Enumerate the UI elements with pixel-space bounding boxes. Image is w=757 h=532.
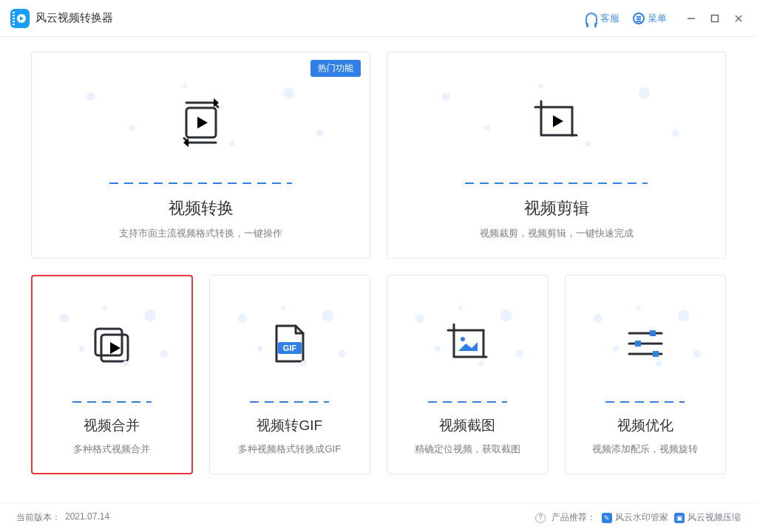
close-button[interactable] <box>733 13 744 24</box>
version-label: 当前版本： <box>16 511 61 524</box>
edit-icon <box>399 70 713 175</box>
titlebar-left: 风云视频转换器 <box>10 9 113 28</box>
svg-rect-20 <box>653 351 659 357</box>
svg-rect-9 <box>95 329 122 355</box>
separator <box>465 183 648 184</box>
app-title: 风云视频转换器 <box>35 11 113 25</box>
titlebar: 风云视频转换器 客服 菜单 <box>0 0 757 37</box>
separator <box>109 183 292 184</box>
feature-row-1: 热门功能 视频转换 支持市面主流视频格式转换，一键操作 <box>31 52 726 259</box>
version-value: 2021.07.14 <box>65 511 109 524</box>
app-logo-icon <box>10 9 30 28</box>
window-controls <box>686 13 744 24</box>
recommendations: ? 产品推荐： ✎ 风云水印管家 ▣ 风云视频压缩 <box>535 511 741 524</box>
footer: 当前版本： 2021.07.14 ? 产品推荐： ✎ 风云水印管家 ▣ 风云视频… <box>0 502 757 532</box>
svg-point-14 <box>461 337 465 341</box>
feature-row-2: 视频合并 多种格式视频合并 GIF 视频转GIF 多种视频格式转换成GIF <box>31 275 726 474</box>
maximize-button[interactable] <box>710 13 720 24</box>
menu-label: 菜单 <box>648 12 667 25</box>
menu-icon <box>633 13 645 24</box>
gif-icon: GIF <box>222 293 359 394</box>
product-icon: ✎ <box>602 513 612 523</box>
recommend-label-2: 风云视频压缩 <box>688 511 741 524</box>
separator <box>605 401 685 403</box>
card-video-screenshot[interactable]: 视频截图 精确定位视频，获取截图 <box>387 275 549 474</box>
merge-icon <box>44 293 180 394</box>
card-desc: 支持市面主流视频格式转换，一键操作 <box>119 227 282 240</box>
card-title: 视频转GIF <box>257 416 322 435</box>
separator <box>428 401 507 403</box>
recommend-label: 产品推荐： <box>551 511 596 524</box>
svg-rect-19 <box>635 341 641 347</box>
customer-service-button[interactable]: 客服 <box>585 12 619 25</box>
card-desc: 多种视频格式转换成GIF <box>238 443 341 456</box>
help-icon[interactable]: ? <box>535 513 546 523</box>
card-title: 视频截图 <box>439 416 495 435</box>
card-title: 视频剪辑 <box>524 197 589 219</box>
product-icon: ▣ <box>674 513 685 523</box>
version-info: 当前版本： 2021.07.14 <box>16 511 109 524</box>
svg-marker-11 <box>110 342 120 354</box>
headset-icon <box>585 13 597 24</box>
card-title: 视频优化 <box>617 416 673 435</box>
recommend-label-1: 风云水印管家 <box>615 511 668 524</box>
titlebar-right: 客服 菜单 <box>585 12 744 25</box>
separator <box>250 401 329 403</box>
customer-service-label: 客服 <box>600 12 619 25</box>
card-video-to-gif[interactable]: GIF 视频转GIF 多种视频格式转换成GIF <box>209 275 371 474</box>
menu-button[interactable]: 菜单 <box>633 12 667 25</box>
card-video-optimize[interactable]: 视频优化 视频添加配乐，视频旋转 <box>565 275 727 474</box>
optimize-icon <box>577 293 714 394</box>
screenshot-icon <box>399 293 536 394</box>
card-title: 视频转换 <box>169 197 234 219</box>
recommend-watermark[interactable]: ✎ 风云水印管家 <box>602 511 668 524</box>
svg-marker-8 <box>553 115 563 127</box>
content: 热门功能 视频转换 支持市面主流视频格式转换，一键操作 <box>0 37 757 474</box>
separator <box>72 401 152 403</box>
card-title: 视频合并 <box>84 416 140 435</box>
svg-rect-18 <box>650 330 656 336</box>
card-desc: 精确定位视频，获取截图 <box>415 443 520 456</box>
card-desc: 多种格式视频合并 <box>73 443 150 456</box>
recommend-compress[interactable]: ▣ 风云视频压缩 <box>674 511 741 524</box>
minimize-button[interactable] <box>686 13 696 24</box>
card-video-convert[interactable]: 热门功能 视频转换 支持市面主流视频格式转换，一键操作 <box>31 52 370 259</box>
card-video-edit[interactable]: 视频剪辑 视频裁剪，视频剪辑，一键快速完成 <box>387 52 726 259</box>
card-desc: 视频裁剪，视频剪辑，一键快速完成 <box>480 227 634 240</box>
svg-marker-5 <box>197 117 208 129</box>
card-desc: 视频添加配乐，视频旋转 <box>592 443 698 456</box>
svg-text:GIF: GIF <box>283 344 297 352</box>
card-video-merge[interactable]: 视频合并 多种格式视频合并 <box>31 275 193 474</box>
svg-rect-1 <box>712 15 719 21</box>
convert-icon <box>44 70 358 175</box>
